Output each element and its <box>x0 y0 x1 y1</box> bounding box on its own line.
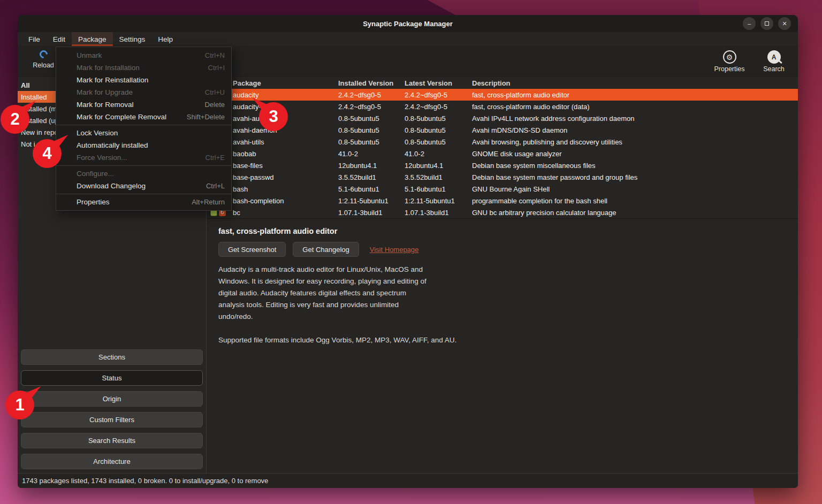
menu-shortcut: Delete <box>204 101 225 109</box>
latest-version: 5.1-6ubuntu1 <box>402 185 470 193</box>
package-name: audacity <box>231 91 336 99</box>
menu-shortcut: Ctrl+U <box>205 88 225 96</box>
search-button[interactable]: A Search <box>758 50 789 73</box>
package-description: GNU Bourne Again SHell <box>470 185 798 193</box>
latest-version: 41.0-2 <box>402 150 470 158</box>
col-description[interactable]: Description <box>470 79 798 87</box>
description-line: analysis tools. Editing is very fast and… <box>218 299 798 311</box>
package-description: fast, cross-platform audio editor <box>470 91 798 99</box>
visit-homepage-link[interactable]: Visit Homepage <box>370 246 419 254</box>
latest-version: 0.8-5ubuntu5 <box>402 138 470 146</box>
description-line: digital audio. Audacity features digital… <box>218 287 798 299</box>
table-body: ↻ audacity 2.4.2~dfsg0-5 2.4.2~dfsg0-5 f… <box>207 89 798 218</box>
category-button[interactable]: Architecture <box>21 454 203 469</box>
menu-item[interactable]: Configure... <box>56 167 231 180</box>
category-button[interactable]: Search Results <box>21 433 203 448</box>
menu-item[interactable]: Unmark Ctrl+N <box>56 49 231 62</box>
menubar-item[interactable]: Edit <box>47 32 72 46</box>
minimize-button[interactable]: – <box>743 17 756 30</box>
package-description: Debian base system miscellaneous files <box>470 162 798 170</box>
window-controls: – ✕ <box>743 17 791 30</box>
close-button[interactable]: ✕ <box>778 17 791 30</box>
table-header[interactable]: Package Installed Version Latest Version… <box>207 77 798 89</box>
table-row[interactable]: ↻ avahi-utils 0.8-5ubuntu5 0.8-5ubuntu5 … <box>207 136 798 148</box>
col-package[interactable]: Package <box>231 79 336 87</box>
installed-version: 0.8-5ubuntu5 <box>336 138 402 146</box>
package-name: bc <box>231 209 336 217</box>
badge-number: 4 <box>33 139 62 168</box>
category-button[interactable]: Status <box>21 370 203 386</box>
menu-item[interactable]: Automatically installed <box>56 139 231 151</box>
synaptic-window: Synaptic Package Manager – ✕ FileEditPac… <box>18 15 798 488</box>
table-row[interactable]: ↻ bc 1.07.1-3build1 1.07.1-3build1 GNU b… <box>207 207 798 218</box>
table-row[interactable]: ↻ base-files 12ubuntu4.1 12ubuntu4.1 Deb… <box>207 159 798 171</box>
installed-version: 1:2.11-5ubuntu1 <box>336 197 402 205</box>
menu-shortcut: Alt+Return <box>192 198 225 206</box>
menu-item[interactable] <box>56 194 231 194</box>
menu-item[interactable]: Mark for Complete Removal Shift+Delete <box>56 111 231 123</box>
menu-item[interactable]: Lock Version <box>56 127 231 139</box>
table-row[interactable]: ↻ avahi-autoipd 0.8-5ubuntu5 0.8-5ubuntu… <box>207 112 798 124</box>
properties-button[interactable]: ⚙ Properties <box>708 50 751 73</box>
annotation-badge: 4 <box>33 139 62 168</box>
latest-version: 3.5.52build1 <box>402 173 470 181</box>
package-name: base-passwd <box>231 173 336 181</box>
menu-item[interactable]: Mark for Upgrade Ctrl+U <box>56 86 231 98</box>
category-button[interactable]: Sections <box>21 349 203 365</box>
installed-version: 2.4.2~dfsg0-5 <box>336 103 402 111</box>
desktop: Synaptic Package Manager – ✕ FileEditPac… <box>0 0 822 504</box>
latest-version: 0.8-5ubuntu5 <box>402 114 470 123</box>
menu-item[interactable]: Properties Alt+Return <box>56 196 231 208</box>
search-icon: A <box>767 50 781 64</box>
installed-version: 3.5.52build1 <box>336 173 402 181</box>
menubar-item[interactable]: Help <box>151 32 179 46</box>
table-row[interactable]: ↻ bash 5.1-6ubuntu1 5.1-6ubuntu1 GNU Bou… <box>207 183 798 195</box>
package-description: Avahi browsing, publishing and discovery… <box>470 138 798 146</box>
description-line: Audacity is a multi-track audio editor f… <box>218 264 798 276</box>
menu-item[interactable] <box>56 125 231 125</box>
package-name: bash-completion <box>231 197 336 205</box>
installed-version: 5.1-6ubuntu1 <box>336 185 402 193</box>
table-row[interactable]: ↻ base-passwd 3.5.52build1 3.5.52build1 … <box>207 171 798 183</box>
table-row[interactable]: ↻ bash-completion 1:2.11-5ubuntu1 1:2.11… <box>207 195 798 207</box>
package-description: fast, cross-platform audio editor (data) <box>470 103 798 111</box>
table-row[interactable]: ↻ baobab 41.0-2 41.0-2 GNOME disk usage … <box>207 148 798 159</box>
menubar-item[interactable]: File <box>22 32 47 46</box>
gear-icon: ⚙ <box>723 50 736 64</box>
description-line <box>218 323 798 334</box>
get-screenshot-button[interactable]: Get Screenshot <box>218 242 286 257</box>
description-line: Supported file formats include Ogg Vorbi… <box>218 334 798 346</box>
menu-shortcut: Ctrl+I <box>208 64 225 72</box>
reload-icon <box>37 49 49 60</box>
table-row[interactable]: ↻ audacity 2.4.2~dfsg0-5 2.4.2~dfsg0-5 f… <box>207 89 798 101</box>
installed-version: 12ubuntu4.1 <box>336 162 402 170</box>
latest-version: 2.4.2~dfsg0-5 <box>402 103 470 111</box>
menu-item[interactable]: Mark for Reinstallation <box>56 74 231 86</box>
menu-item[interactable]: Force Version... Ctrl+E <box>56 151 231 164</box>
col-latest-version[interactable]: Latest Version <box>402 79 470 87</box>
latest-version: 2.4.2~dfsg0-5 <box>402 91 470 99</box>
menubar-item[interactable]: Package <box>72 32 113 46</box>
minimize-icon: – <box>748 21 751 27</box>
installed-version: 0.8-5ubuntu5 <box>336 114 402 123</box>
col-installed-version[interactable]: Installed Version <box>336 79 402 87</box>
get-changelog-button[interactable]: Get Changelog <box>293 242 359 257</box>
titlebar[interactable]: Synaptic Package Manager – ✕ <box>18 15 798 32</box>
table-row[interactable]: ↻ avahi-daemon 0.8-5ubuntu5 0.8-5ubuntu5… <box>207 124 798 136</box>
menu-item[interactable]: Mark for Removal Delete <box>56 98 231 111</box>
installed-version: 41.0-2 <box>336 150 402 158</box>
menu-item[interactable]: Download Changelog Ctrl+L <box>56 180 231 192</box>
annotation-badge: 1 <box>5 391 34 419</box>
table-row[interactable]: ↻ audacity-data 2.4.2~dfsg0-5 2.4.2~dfsg… <box>207 101 798 112</box>
category-button[interactable]: Origin <box>21 391 203 407</box>
category-button[interactable]: Custom Filters <box>21 412 203 427</box>
latest-version: 1:2.11-5ubuntu1 <box>402 197 470 205</box>
installed-version: 0.8-5ubuntu5 <box>336 126 402 134</box>
maximize-button[interactable] <box>760 17 773 30</box>
maximize-icon <box>765 21 769 26</box>
menu-item[interactable]: Mark for Installation Ctrl+I <box>56 62 231 74</box>
search-label: Search <box>758 65 789 73</box>
status-text: 1743 packages listed, 1743 installed, 0 … <box>22 477 268 485</box>
menu-item[interactable] <box>56 165 231 166</box>
menubar-item[interactable]: Settings <box>113 32 152 46</box>
